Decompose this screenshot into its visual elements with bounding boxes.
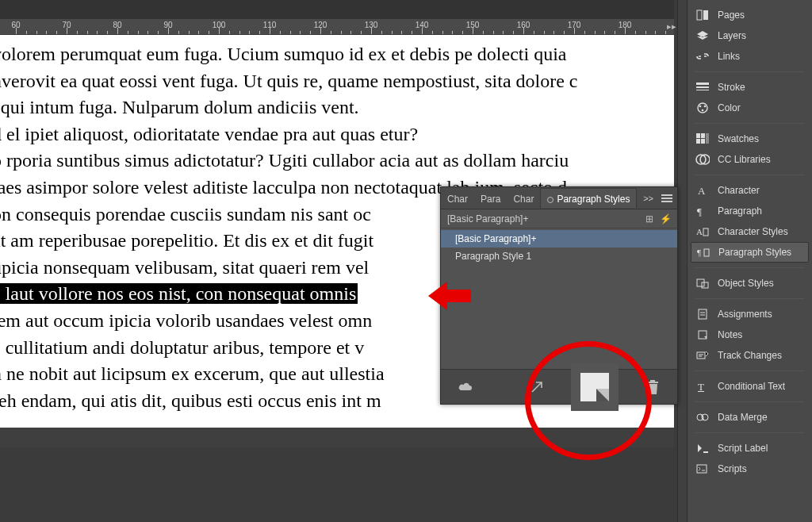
dock-separator [695,298,804,299]
panel-tab-label: Para [481,194,500,205]
stroke-icon [695,81,710,94]
objstyles-icon [695,277,710,290]
dock-item-paragraph[interactable]: ¶Paragraph [688,201,812,221]
svg-point-7 [704,106,707,108]
selected-text[interactable]: e laut vollore nos eos nist, con nonsequ… [0,283,358,304]
dock-item-pages[interactable]: Pages [688,5,812,25]
dock-separator [695,123,804,124]
text-line[interactable]: volorem perumquat eum fuga. Ucium sumquo… [0,41,666,68]
clear-overrides-icon[interactable]: ⚡ [660,213,671,225]
svg-text:¶: ¶ [697,205,702,217]
dock-item-label: Character Styles [718,226,788,237]
dock-item-conditional-text[interactable]: TConditional Text [688,376,812,397]
dock-item-layers[interactable]: Layers [688,25,812,46]
svg-rect-9 [696,133,700,138]
dock-item-label: Conditional Text [718,381,785,392]
svg-rect-24 [699,309,707,319]
svg-rect-2 [696,83,709,85]
dock-item-object-styles[interactable]: Object Styles [688,273,812,294]
panel-tab-char[interactable]: Char [441,189,474,208]
create-new-style-button[interactable] [571,363,619,411]
new-page-icon [580,373,609,401]
dock-item-track-changes[interactable]: Track Changes [688,345,812,366]
text-line[interactable]: o rporia suntibus simus adictotatur? Ugi… [0,148,666,175]
dock-item-paragraph-styles[interactable]: ¶Paragraph Styles [691,242,809,263]
layers-icon [695,29,710,42]
dock-item-links[interactable]: Links [688,46,812,67]
dock-item-label: Swatches [718,133,759,144]
delete-style-button[interactable] [642,377,663,397]
svg-rect-1 [703,10,708,20]
svg-text:A: A [696,227,703,236]
dock-item-label: Notes [718,329,742,340]
paragraph-style-item[interactable]: [Basic Paragraph]+ [441,230,677,248]
svg-rect-0 [697,10,702,20]
dock-item-label: Pages [718,10,745,21]
dock-item-script-label[interactable]: Script Label [688,438,812,459]
dock-item-data-merge[interactable]: Data Merge [688,407,812,428]
svg-rect-12 [701,139,705,144]
paragraph-styles-panel[interactable]: CharParaCharParagraph Styles >> [Basic P… [440,186,678,405]
dock-item-cc-libraries[interactable]: CC Libraries [688,149,812,170]
dock-item-label: Data Merge [718,412,768,423]
dock-item-label: Character [718,185,760,196]
cc-library-sync-icon[interactable] [455,377,476,397]
dock-item-stroke[interactable]: Stroke [688,77,812,98]
horizontal-ruler[interactable]: 60708090100110120130140150160170180 [0,19,674,35]
panel-tab-para[interactable]: Para [474,189,507,208]
svg-rect-30 [697,465,707,473]
dock-item-label: Scripts [718,463,747,474]
parastyles-icon: ¶ [696,246,710,259]
panel-status-row: [Basic Paragraph]+ ⊞ ⚡ [441,209,677,228]
dock-separator [695,71,804,72]
dock-separator [695,370,804,371]
app-top-bar [0,0,674,19]
dock-separator [695,175,804,175]
text-line[interactable]: nverovit ea quat eossi vent fuga. Ut qui… [0,68,666,95]
links-icon [695,50,710,63]
dock-item-color[interactable]: Color [688,98,812,118]
dock-item-label: CC Libraries [718,154,771,165]
svg-rect-23 [702,282,708,288]
svg-rect-10 [701,133,705,138]
panel-dock-expand-chevron[interactable]: ▸▸ [666,19,677,33]
paragraph-style-item[interactable]: Paragraph Style 1 [441,248,677,265]
text-line[interactable]: equi intum fuga. Nulparum dolum andiciis… [0,94,666,121]
svg-text:T: T [698,381,704,392]
datamerge-icon [695,411,710,424]
dock-item-notes[interactable]: Notes [688,324,812,345]
panel-tab-label: Char [447,194,468,205]
dock-item-label: Links [718,51,740,62]
dock-item-character-styles[interactable]: ACharacter Styles [688,221,812,242]
text-line[interactable]: d el ipiet aliquost, odioritatate vendae… [0,121,666,148]
dock-item-swatches[interactable]: Swatches [688,129,812,149]
scriptlabel-icon [695,442,710,455]
cc-icon [695,153,710,166]
dock-item-character[interactable]: ACharacter [688,180,812,201]
scripts-icon [695,463,710,475]
svg-rect-4 [696,90,709,90]
panel-dock-strip[interactable] [677,0,687,522]
panel-tab-paragraph-styles[interactable]: Paragraph Styles [540,188,637,208]
dock-item-scripts[interactable]: Scripts [688,459,812,479]
new-style-group-icon[interactable]: ⊞ [644,213,655,225]
paragraph-style-list[interactable]: [Basic Paragraph]+Paragraph Style 1 [441,228,677,369]
dock-separator [695,267,804,268]
panel-flyout-menu-button[interactable] [657,193,677,204]
panel-tab-char[interactable]: Char [507,189,540,208]
panel-footer [441,369,677,404]
dock-item-label: Stroke [718,82,745,93]
assignments-icon [695,308,710,320]
condtext-icon: T [695,380,710,393]
panel-tab-strip[interactable]: CharParaCharParagraph Styles >> [441,187,677,209]
svg-point-8 [702,109,704,112]
dock-item-label: Color [718,102,741,113]
notes-icon [695,328,710,341]
svg-point-6 [699,106,702,108]
panel-collapse-button[interactable]: >> [640,194,657,203]
clear-overrides-button[interactable] [527,377,547,397]
panel-tab-label: Char [513,194,534,205]
dock-separator [695,432,804,433]
dock-item-assignments[interactable]: Assignments [688,304,812,324]
right-panel-dock[interactable]: PagesLayersLinksStrokeColorSwatchesCC Li… [687,0,812,522]
